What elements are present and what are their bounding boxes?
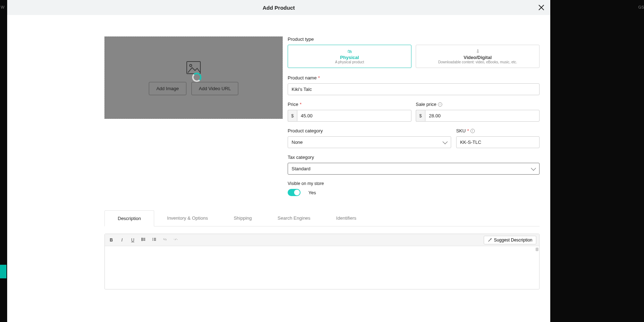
image-placeholder-icon [186, 60, 201, 76]
media-dropzone[interactable]: Add Image Add Video URL [104, 36, 283, 119]
tab-search-engines[interactable]: Search Engines [265, 210, 323, 226]
tax-category-select[interactable] [288, 163, 540, 175]
digital-sub: Downloadable content: video, eBooks, mus… [419, 60, 536, 64]
bag-icon: 🛍 [291, 49, 408, 54]
svg-point-4 [142, 238, 142, 239]
description-editor: B I U Suggest Description [104, 234, 540, 289]
tab-inventory-options[interactable]: Inventory & Options [154, 210, 221, 226]
sku-input[interactable] [456, 136, 540, 148]
digital-title: Video/Digital [419, 55, 536, 60]
price-input[interactable] [297, 110, 411, 122]
loading-spinner-icon [192, 73, 201, 82]
numbered-list-icon [152, 237, 156, 241]
visible-state: Yes [308, 190, 316, 195]
info-icon[interactable]: i [438, 102, 442, 107]
info-icon[interactable]: i [470, 129, 475, 133]
category-select[interactable] [288, 136, 451, 148]
sku-label: SKU*i [456, 128, 540, 133]
underline-button[interactable]: U [130, 238, 136, 243]
editor-toolbar: B I U Suggest Description [105, 234, 539, 246]
italic-button[interactable]: I [119, 238, 125, 243]
visible-toggle[interactable] [288, 189, 301, 196]
description-textarea[interactable] [105, 246, 539, 289]
sale-price-input[interactable] [425, 110, 540, 122]
add-video-url-button[interactable]: Add Video URL [191, 82, 238, 95]
physical-title: Physical [291, 55, 408, 60]
product-type-digital[interactable]: ⇩ Video/Digital Downloadable content: vi… [416, 45, 540, 68]
svg-point-6 [142, 239, 142, 240]
product-type-physical[interactable]: 🛍 Physical A physical product [288, 45, 411, 68]
visible-label: Visible on my store [288, 181, 540, 186]
add-image-button[interactable]: Add Image [149, 82, 186, 95]
detail-tabs: Description Inventory & Options Shipping… [104, 210, 540, 226]
tax-category-label: Tax category [288, 155, 540, 160]
cloud-download-icon: ⇩ [419, 49, 536, 54]
tab-identifiers[interactable]: Identifiers [323, 210, 369, 226]
scrollbar-thumb[interactable] [536, 248, 538, 251]
bullet-list-button[interactable] [141, 237, 146, 243]
sale-price-label: Sale pricei [416, 102, 540, 107]
category-label: Product category [288, 128, 451, 133]
suggest-description-button[interactable]: Suggest Description [484, 236, 536, 244]
svg-point-8 [142, 240, 142, 241]
bold-button[interactable]: B [108, 238, 114, 243]
bullet-list-icon [141, 237, 146, 241]
background-text-right: GS [638, 5, 644, 9]
close-icon [538, 4, 545, 11]
sidebar-accent [0, 265, 6, 278]
sale-currency: $ [416, 110, 425, 122]
link-button[interactable] [162, 237, 168, 243]
price-currency: $ [288, 110, 297, 122]
background-text-left: W [1, 5, 4, 9]
svg-point-3 [190, 64, 192, 67]
add-product-modal: Add Product Add Image Add Video URL Prod… [7, 0, 550, 322]
unlink-icon [174, 237, 178, 241]
product-name-label: Product name* [288, 75, 540, 80]
product-name-input[interactable] [288, 83, 540, 95]
tab-description[interactable]: Description [104, 210, 154, 226]
modal-title: Add Product [263, 5, 295, 11]
modal-header: Add Product [7, 0, 550, 15]
product-type-label: Product type [288, 36, 540, 42]
magic-wand-icon [488, 238, 492, 242]
price-label: Price* [288, 102, 411, 107]
unlink-button[interactable] [173, 237, 179, 243]
link-icon [163, 237, 167, 241]
close-button[interactable] [537, 3, 546, 12]
numbered-list-button[interactable] [151, 237, 157, 243]
physical-sub: A physical product [291, 60, 408, 64]
tab-shipping[interactable]: Shipping [221, 210, 265, 226]
